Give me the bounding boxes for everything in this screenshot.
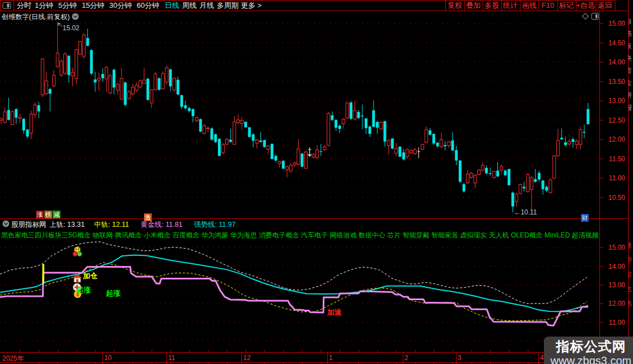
candles-layer [0,22,589,212]
annotation-arrows [58,23,311,156]
time-label: 12 [243,354,250,362]
clipped-sidebar-text: 报 [629,103,632,113]
tool-button-3[interactable]: 统计 [503,2,518,10]
period-tab-4[interactable]: 30分钟 [109,2,132,10]
period-tab-6[interactable]: 日线 [165,2,179,10]
clipped-sidebar-text: 选 [629,29,632,39]
tool-button-0[interactable]: 复权 [448,2,462,10]
price-label: 11.50 [603,155,625,163]
time-label: 1 [329,354,333,362]
watermark-title: 指标公式网 [544,338,633,356]
concept-sectors-row: 黑色家电三四川板块三5G概念 物联网·腾讯概念 小米概念 百度概念 华为鸿蒙 华… [1,231,599,240]
price-label: 14.00 [603,58,625,66]
signal-label-0: 加仓 [83,271,97,281]
chart-canvas[interactable]: $ [0,0,633,364]
period-tab-7[interactable]: 周线 [182,2,197,10]
signal-badge-2: 减 [53,211,60,218]
time-label: 10 [104,354,111,362]
signal-badge-0: 涨 [36,211,44,218]
clipped-sidebar-text: 金 [629,78,632,88]
panel-toggle-icon[interactable] [591,12,599,20]
tool-button-8[interactable]: 返回 [598,2,612,10]
period-tab-9[interactable]: 多周期 [217,2,239,10]
period-tab-1[interactable]: 1分钟 [35,2,53,10]
clipped-sidebar-text: 板 [629,41,632,51]
clipped-sidebar-text: 涨 [629,241,632,250]
time-label: 2 [404,354,408,362]
indicator-value-label: 11.00 [603,319,625,326]
period-tab-5[interactable]: 60分钟 [137,2,159,10]
indicator-value-label: 12.00 [603,300,625,307]
indicator-field-upper: 上轨: 13.31 [49,220,85,230]
signal-badge-1: 榜 [44,211,52,218]
diamond-icon[interactable] [581,12,589,20]
indicator-value-label: 13.00 [603,281,625,289]
signal-label-3: 加速 [327,307,342,318]
tool-button-1[interactable]: 叠加 [466,2,481,10]
signal-label-1: 起涨 [76,285,91,295]
clipped-sidebar-text: 块 [629,54,632,63]
clipped-sidebar-text: 资 [629,66,632,76]
tdx-chart-window: {"window":{"width":1130,"height":650,"ba… [0,0,633,364]
low-price-annotation: ←10.11 [514,208,537,216]
indicator-field-golden: 黄金线: 11.81 [141,220,183,230]
right-sidebar-clipped: 自选板块资金研报涨停雷达选 [629,0,633,364]
price-label: 15.00 [603,20,625,27]
watermark-url: www.zbgs3.com [544,354,633,364]
indicator-field-strong: 强势线: 11.97 [194,220,236,230]
tool-button-2[interactable]: 多股 [485,2,499,10]
price-label: 10.50 [603,194,625,202]
tool-button-4[interactable]: 画线 [522,2,537,10]
clipped-sidebar-text: 研 [629,91,632,100]
stock-title: 创维数字(日线.前复权) [2,12,70,22]
period-tab-0[interactable]: 分时 [17,2,31,10]
tool-button-7[interactable]: +自选 [576,2,595,10]
top-toolbar: 分时1分钟5分钟15分钟30分钟60分钟日线周线月线多周期更多 > 复权叠加多股… [0,0,633,11]
tool-button-5[interactable]: F10 [542,2,554,10]
collapse-panel-icon[interactable] [0,0,13,11]
clipped-sidebar-text: 自 [629,17,632,26]
clipped-sidebar-text: 停 [629,255,632,265]
period-tab-3[interactable]: 15分钟 [82,2,104,10]
price-label: 13.00 [603,97,625,105]
indicator-field-middle: 中轨: 12.11 [94,220,129,230]
white-down-arrow [308,147,311,156]
indicator-header: 股朋指标网 上轨: 13.31 中轨: 12.11 黄金线: 11.81 强势线… [0,220,598,229]
borders [0,0,629,364]
indicator-source: 股朋指标网 [11,220,46,230]
period-tab-10[interactable]: 更多 > [241,2,262,10]
clipped-sidebar-text: 达 [629,284,632,294]
high-price-annotation: 15.02 [63,24,80,32]
time-label: 11 [168,354,175,362]
indicator-lines [0,242,588,326]
tool-button-6[interactable]: 标记 [559,2,574,10]
indicator-value-label: 14.00 [603,263,625,270]
clipped-sidebar-text: 雷 [629,270,632,279]
price-label: 13.50 [603,78,625,86]
price-label: 14.50 [603,39,625,47]
watermark: 指标公式网 www.zbgs3.com [544,337,633,364]
time-label: 4 [540,354,544,362]
price-label: 12.00 [603,136,625,143]
stock-title-dropdown-icon[interactable] [72,13,80,21]
time-label: 2025年 [2,354,24,363]
period-tab-8[interactable]: 月线 [199,2,214,10]
period-tab-2[interactable]: 5分钟 [58,2,77,10]
indicator-value-label: 15.00 [603,244,625,251]
signal-label-2: 起涨 [106,288,120,298]
clipped-sidebar-text: 选 [629,299,632,309]
price-label: 11.00 [603,174,625,182]
price-label: 12.50 [603,116,625,124]
time-label: 3 [458,354,462,362]
indicator-dropdown-icon[interactable] [2,220,10,228]
strong-line [0,255,588,311]
